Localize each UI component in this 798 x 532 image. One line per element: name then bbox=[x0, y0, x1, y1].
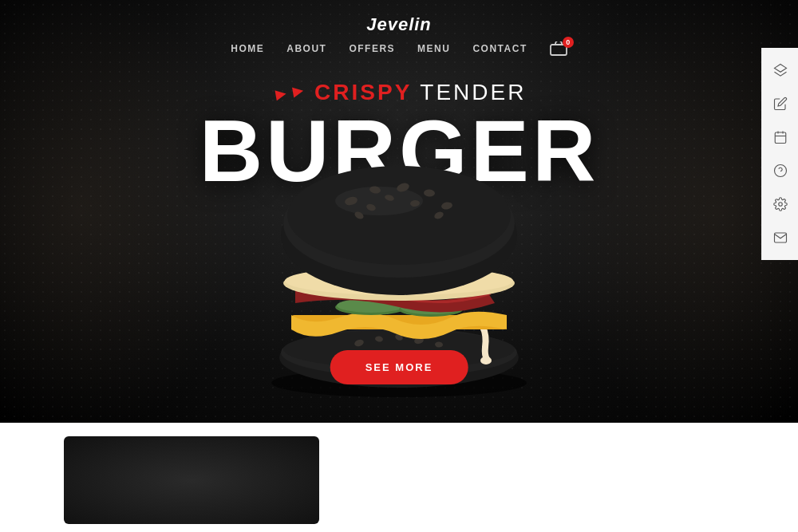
main-nav: HOME ABOUT OFFERS MENU CONTACT 0 bbox=[231, 41, 567, 56]
sidebar-icons bbox=[761, 48, 798, 260]
svg-point-20 bbox=[287, 166, 511, 265]
layers-icon[interactable] bbox=[766, 56, 795, 85]
nav-menu[interactable]: MENU bbox=[417, 43, 450, 54]
nav-about[interactable]: ABOUT bbox=[286, 43, 326, 54]
cart-button[interactable]: 0 bbox=[550, 41, 567, 56]
below-hero-section bbox=[0, 423, 798, 532]
nav-home[interactable]: HOME bbox=[231, 43, 264, 54]
svg-point-10 bbox=[480, 357, 492, 365]
site-header: Jevelin HOME ABOUT OFFERS MENU CONTACT 0 bbox=[0, 0, 798, 56]
svg-point-37 bbox=[774, 165, 786, 177]
nav-offers[interactable]: OFFERS bbox=[349, 43, 395, 54]
settings-icon[interactable] bbox=[766, 190, 795, 219]
cart-badge: 0 bbox=[563, 37, 574, 48]
hero-section: Jevelin HOME ABOUT OFFERS MENU CONTACT 0 bbox=[0, 0, 798, 423]
edit-icon[interactable] bbox=[766, 89, 795, 118]
calendar-icon[interactable] bbox=[766, 123, 795, 152]
thumbnail-image bbox=[64, 436, 319, 524]
svg-marker-32 bbox=[774, 65, 786, 73]
site-logo[interactable]: Jevelin bbox=[366, 14, 432, 35]
nav-contact[interactable]: CONTACT bbox=[472, 43, 527, 54]
svg-rect-33 bbox=[775, 132, 786, 144]
see-more-button[interactable]: SEE MORE bbox=[330, 350, 468, 384]
mail-icon[interactable] bbox=[766, 223, 795, 252]
help-icon[interactable] bbox=[766, 156, 795, 185]
svg-point-39 bbox=[778, 203, 782, 207]
